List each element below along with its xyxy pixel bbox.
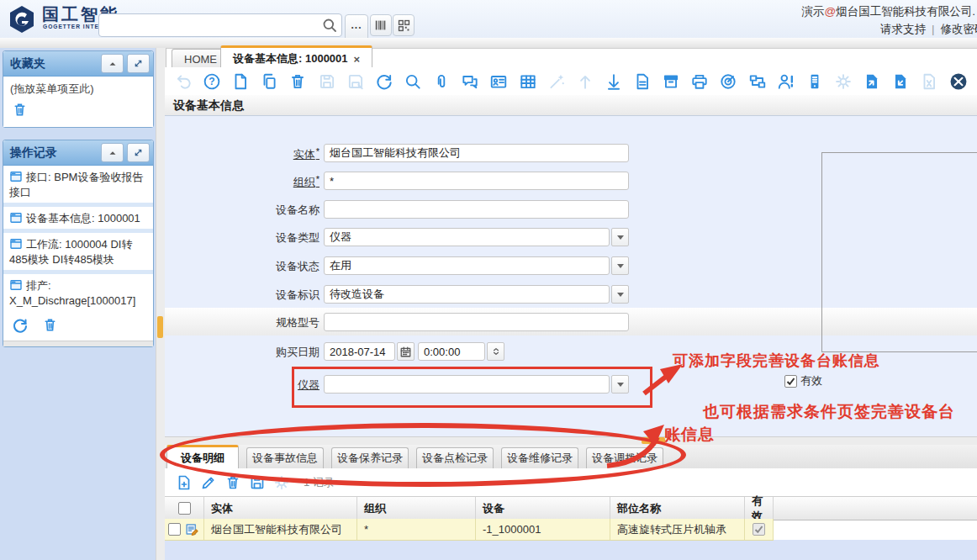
new-doc-icon[interactable] [230, 71, 251, 92]
field-input-设备类型[interactable] [324, 228, 610, 246]
valid-checkbox[interactable] [784, 375, 797, 388]
at-sign: @ [825, 5, 837, 18]
form-row-设备类型: 设备类型 [0, 228, 977, 246]
note-edit-icon[interactable] [185, 522, 199, 536]
collapse-panel-button[interactable] [101, 54, 124, 73]
cell-part: 高速旋转式压片机轴承 [610, 519, 745, 540]
global-search-input[interactable] [104, 16, 320, 34]
field-label: 设备名称 [276, 203, 320, 218]
help-icon[interactable]: ? [202, 71, 222, 92]
cell-org: * [357, 519, 476, 540]
form-row-购买日期: 购买日期 [0, 342, 977, 361]
column-header-部位名称: 部位名称 [610, 497, 745, 520]
form-row-设备名称: 设备名称 [0, 200, 977, 219]
device-terminal-icon[interactable] [805, 71, 825, 92]
dropdown-button[interactable] [611, 256, 629, 275]
favorites-trash-icon[interactable] [3, 98, 153, 121]
cell-device: -1_1000001 [476, 519, 610, 540]
refresh-icon[interactable] [374, 71, 394, 92]
chevron-down-icon [617, 264, 624, 268]
annotation-highlight-ellipse [160, 423, 686, 487]
request-support-link[interactable]: 请求支持 [880, 23, 926, 35]
tab-label: HOME [184, 53, 217, 66]
attachment-icon[interactable] [431, 71, 452, 92]
field-label[interactable]: 组织* [293, 174, 320, 190]
svg-text:?: ? [209, 76, 214, 87]
field-label: 规格型号 [276, 315, 320, 330]
grid-background [165, 540, 977, 560]
change-password-link[interactable]: 修改密码 [941, 23, 977, 35]
table-row[interactable]: 烟台国工智能科技有限公司*-1_1000001高速旋转式压片机轴承 [165, 519, 774, 541]
barcode-icon [373, 18, 388, 33]
settings-gear-icon [833, 71, 853, 92]
dropdown-button[interactable] [611, 228, 629, 246]
field-input-组织[interactable] [324, 172, 629, 190]
form-row-设备状态: 设备状态 [0, 256, 977, 275]
search-icon[interactable] [321, 17, 338, 34]
cell-valid [745, 519, 774, 540]
move-down-icon[interactable] [604, 71, 624, 92]
cell-entity: 烟台国工智能科技有限公司 [204, 519, 357, 540]
search-icon[interactable] [403, 71, 423, 92]
field-input-设备状态[interactable] [324, 256, 610, 275]
audit-target-icon[interactable] [719, 71, 739, 92]
close-tab-icon[interactable]: × [354, 53, 361, 66]
field-label: 设备标识 [276, 288, 320, 303]
archive-icon[interactable] [661, 71, 681, 92]
field-label: 购买日期 [276, 345, 320, 360]
global-search-box [98, 13, 342, 37]
left-sidebar: 收藏夹 (拖放菜单项至此) 操作记录 接口: BPM设备验收报告接口设备基本信息… [0, 48, 156, 560]
data-grid-icon[interactable] [518, 71, 538, 92]
field-input-规格型号[interactable] [324, 313, 629, 331]
tab-device-info[interactable]: 设备基本信息: 1000001× [220, 45, 372, 70]
edit-record-icon[interactable] [199, 473, 218, 492]
pdf-export-icon[interactable] [632, 71, 652, 92]
form-row-实体: 实体* [0, 144, 977, 162]
company-logo-icon [7, 4, 37, 34]
field-label[interactable]: 实体* [293, 146, 320, 162]
qrcode-button[interactable] [393, 14, 415, 36]
delete-icon[interactable] [288, 71, 309, 92]
header-select-cell [165, 497, 204, 520]
id-card-icon[interactable] [489, 71, 510, 92]
admin-tools-badge-icon[interactable] [948, 71, 969, 92]
valid-checkbox-field[interactable]: 有效 [784, 373, 822, 388]
row-checkbox[interactable] [168, 523, 181, 536]
file-import-icon[interactable] [862, 71, 882, 92]
top-header: 国工智能 GOGETTER INTELLIGENCE ... 演示@烟台国工智能… [0, 0, 977, 39]
valid-checkbox-label: 有效 [800, 373, 822, 388]
favorites-panel-body: (拖放菜单项至此) [3, 77, 153, 127]
excel-export-icon [920, 71, 940, 92]
date-input[interactable] [324, 342, 395, 361]
file-export-icon[interactable] [891, 71, 911, 92]
time-input[interactable] [418, 342, 485, 361]
header-links: 请求支持|修改密码 [880, 22, 977, 37]
add-record-icon[interactable] [175, 473, 193, 492]
person-alert-icon[interactable] [776, 71, 796, 92]
chevron-down-icon [617, 293, 624, 297]
favorites-title: 收藏夹 [3, 56, 101, 71]
form-row-组织: 组织* [0, 172, 977, 190]
dropdown-button[interactable] [611, 285, 629, 304]
field-input-设备标识[interactable] [324, 285, 610, 304]
row-valid-checkbox [753, 523, 765, 536]
save-icon [317, 71, 337, 92]
time-spinner[interactable] [487, 342, 504, 361]
field-input-设备名称[interactable] [324, 200, 629, 219]
workflow-transfer-icon[interactable] [747, 71, 768, 92]
move-up-icon [575, 71, 595, 92]
annotation-highlight-rect [292, 367, 652, 408]
comments-icon[interactable] [460, 71, 480, 92]
barcode-button[interactable] [370, 14, 392, 36]
expand-panel-button[interactable] [127, 54, 150, 73]
tab-label: 设备基本信息: 1000001 [233, 51, 348, 66]
chevron-down-icon [617, 235, 624, 240]
print-icon[interactable] [690, 71, 710, 92]
copy-icon[interactable] [259, 71, 279, 92]
field-label: 设备状态 [276, 259, 320, 274]
field-input-实体[interactable] [324, 144, 629, 162]
select-all-checkbox[interactable] [178, 502, 191, 515]
calendar-button[interactable] [397, 342, 415, 361]
favorites-panel: 收藏夹 (拖放菜单项至此) [3, 50, 154, 128]
qrcode-icon [397, 18, 411, 33]
